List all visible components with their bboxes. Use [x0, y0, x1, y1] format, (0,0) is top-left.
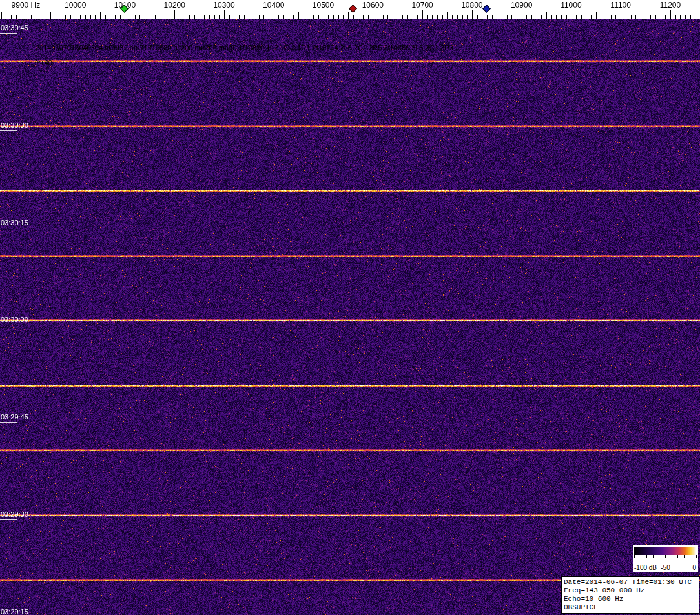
freq-axis-label: 11000 [561, 1, 581, 10]
spectrogram-waterfall [0, 19, 700, 615]
info-date-time: Date=2014-06-07 Time=01:30 UTC [564, 578, 697, 587]
detection-annotation: 20140607013040304 hCnt32 nb-71 f10880 hi… [36, 44, 453, 52]
freq-axis-label: 11200 [660, 1, 681, 10]
info-frequency: Freq=143 050 000 Hz [564, 587, 697, 595]
frequency-axis: 9900 Hz100001010010200103001040010500106… [0, 0, 700, 19]
legend-min-label: -100 dB [634, 564, 657, 571]
pulse-time-tag: ^t+40 [35, 59, 52, 66]
freq-axis-label: 10700 [411, 1, 433, 10]
freq-axis-label: 10200 [164, 1, 185, 10]
freq-axis-label: 10000 [65, 1, 86, 10]
freq-axis-label: 10400 [263, 1, 284, 10]
intensity-legend: -100 dB -50 0 [633, 545, 698, 572]
time-tick-line [0, 130, 17, 131]
freq-axis-label: 10300 [213, 1, 234, 10]
legend-mid-label: -50 [661, 564, 670, 571]
info-echo: Echo=10 600 Hz [564, 595, 697, 603]
time-label: 03:29:30 [1, 510, 28, 518]
legend-max-label: 0 [692, 564, 696, 571]
time-tick-line [0, 422, 17, 423]
time-label: 03:29:15 [1, 608, 28, 615]
freq-axis-label: 11100 [610, 1, 631, 10]
spectrogram-screen: 9900 Hz100001010010200103001040010500106… [0, 0, 700, 615]
freq-axis-label: 10600 [362, 1, 384, 10]
time-label: 03:30:30 [1, 121, 28, 129]
freq-axis-label: 10900 [511, 1, 532, 10]
time-tick-line [0, 519, 17, 520]
intensity-gradient-bar [634, 547, 697, 560]
time-tick-line [0, 33, 17, 34]
freq-axis-label: 10500 [313, 1, 334, 10]
time-label: 03:30:00 [1, 316, 28, 323]
time-tick-line [0, 228, 17, 228]
freq-axis-label: 9900 Hz [12, 1, 41, 10]
observation-info-box: Date=2014-06-07 Time=01:30 UTC Freq=143 … [561, 576, 699, 614]
time-label: 03:30:15 [1, 219, 28, 227]
time-label: 03:29:45 [1, 413, 28, 421]
freq-axis-label: 10800 [461, 1, 482, 10]
info-station: OBSUPICE [564, 603, 697, 612]
time-tick-line [0, 325, 17, 325]
time-label: 03:30:45 [1, 24, 28, 32]
